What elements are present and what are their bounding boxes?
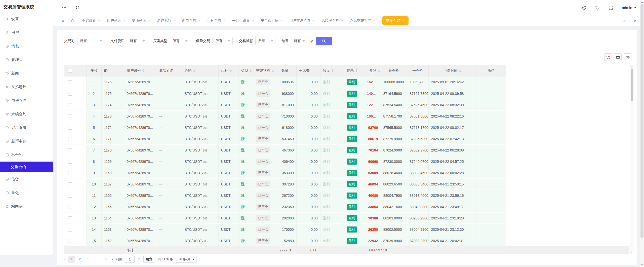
user-menu[interactable]: admin	[622, 6, 636, 10]
scroll-up-icon[interactable]: ▲	[640, 1, 644, 3]
row-checkbox[interactable]	[68, 137, 72, 141]
sidebar-item-1[interactable]: 用户	[0, 26, 53, 39]
close-icon[interactable]: ×	[223, 19, 225, 23]
tab-5[interactable]: 币种查看×	[207, 18, 225, 23]
scroll-up-icon[interactable]: ▲	[630, 66, 633, 68]
scroll-down-icon[interactable]: ▼	[630, 251, 633, 253]
filter-select-4[interactable]: 所有	[255, 37, 275, 45]
close-icon[interactable]: ×	[341, 19, 343, 23]
row-checkbox[interactable]	[68, 171, 72, 175]
tab-8[interactable]: 用户交易查看×	[289, 18, 315, 23]
sidebar-item-8[interactable]: 记录查看	[0, 121, 53, 134]
close-icon[interactable]: ×	[313, 19, 315, 23]
column-header-profit[interactable]: 盈利	[367, 65, 381, 77]
row-checkbox[interactable]	[68, 92, 72, 96]
column-header-coin[interactable]: 币种	[218, 65, 238, 77]
page-scrollbar-thumb[interactable]	[640, 4, 643, 238]
sidebar-item-11-active[interactable]: 交割合约	[0, 162, 53, 172]
pagination-prev[interactable]: ‹	[64, 257, 65, 261]
tab-4[interactable]: 新闻查看×	[182, 18, 200, 23]
sort-icon[interactable]	[355, 69, 357, 72]
page-size-select[interactable]: 20 条/页	[176, 256, 197, 263]
tab-0[interactable]: 基础设置×	[82, 18, 100, 23]
row-checkbox[interactable]	[68, 228, 72, 232]
sort-icon[interactable]	[459, 69, 461, 72]
column-header-result[interactable]: 结果	[344, 65, 367, 77]
close-icon[interactable]: ×	[148, 19, 150, 23]
filter-select-3[interactable]: 所有	[213, 37, 233, 45]
close-icon[interactable]: ×	[373, 19, 375, 23]
tab-10[interactable]: 永续交易管理×	[350, 18, 375, 23]
sidebar-item-12[interactable]: 借贷	[0, 172, 53, 186]
goto-confirm-button[interactable]: 确定	[143, 256, 155, 263]
sidebar-item-10[interactable]: 秒合约	[0, 148, 53, 162]
row-checkbox[interactable]	[68, 182, 72, 186]
column-header-account[interactable]: 用户账号	[124, 65, 157, 77]
tab-6[interactable]: 平台币设置×	[232, 18, 254, 23]
filter-select-5[interactable]: 所有	[291, 37, 307, 45]
close-icon[interactable]: ×	[403, 19, 405, 23]
refresh-icon[interactable]	[75, 5, 80, 10]
column-header-type[interactable]: 类型	[238, 65, 254, 77]
tab-3[interactable]: 通道充值×	[157, 18, 175, 23]
row-checkbox[interactable]	[68, 194, 72, 198]
sidebar-item-5[interactable]: ∞投拆建议	[0, 80, 53, 94]
row-checkbox[interactable]	[68, 148, 72, 152]
collapse-menu-icon[interactable]	[62, 5, 67, 10]
close-icon[interactable]: ×	[173, 19, 175, 23]
tab-2[interactable]: 提币列表×	[132, 18, 150, 23]
sort-icon[interactable]	[250, 69, 252, 72]
row-checkbox[interactable]	[68, 115, 72, 118]
sidebar-item-14[interactable]: 站内信	[0, 200, 53, 213]
tag-icon[interactable]	[595, 5, 600, 10]
tabs-menu-icon[interactable]: ∨	[633, 18, 636, 23]
close-icon[interactable]: ×	[123, 19, 125, 23]
tabs-scroll-left-icon[interactable]: «	[62, 18, 64, 23]
tabs-scroll-right-icon[interactable]: »	[623, 18, 626, 23]
tab-11-active[interactable]: 交割合约×	[382, 16, 409, 25]
more-filters-icon[interactable]: ∨	[310, 39, 313, 44]
column-header-time[interactable]: 下单时间	[428, 65, 476, 77]
select-all-checkbox[interactable]	[68, 69, 72, 73]
tab-9[interactable]: 风险率查看×	[321, 18, 343, 23]
close-icon[interactable]: ×	[198, 19, 200, 23]
row-checkbox[interactable]	[68, 103, 72, 107]
table-scrollbar[interactable]: ▲ ▼	[630, 65, 633, 254]
filter-select-1[interactable]: 所有	[127, 37, 147, 45]
sort-icon[interactable]	[272, 69, 274, 72]
sidebar-item-3[interactable]: 管理员	[0, 53, 53, 66]
pagination-page-2[interactable]: 2	[76, 256, 83, 263]
row-checkbox[interactable]	[68, 205, 72, 209]
sort-icon[interactable]	[378, 69, 380, 72]
filter-select-0[interactable]: 所有	[77, 37, 104, 45]
sidebar-item-6[interactable]: 币种管理	[0, 94, 53, 107]
print-button[interactable]	[624, 53, 631, 61]
row-checkbox[interactable]	[68, 80, 72, 84]
close-icon[interactable]: ×	[252, 19, 254, 23]
row-checkbox[interactable]	[68, 239, 72, 243]
pagination-page-1[interactable]: 1	[68, 256, 75, 263]
close-icon[interactable]: ×	[98, 19, 100, 23]
theme-palette-icon[interactable]	[582, 5, 587, 10]
export-button[interactable]	[614, 53, 622, 61]
tab-1[interactable]: 用户列表×	[107, 18, 125, 23]
sort-icon[interactable]	[332, 69, 334, 72]
column-header-preset[interactable]: 预设	[320, 65, 344, 77]
page-scrollbar[interactable]: ▲ ▼	[640, 0, 644, 267]
close-icon[interactable]: ×	[281, 19, 283, 23]
row-checkbox[interactable]	[68, 216, 72, 220]
tab-7[interactable]: 平台币行情×	[261, 18, 283, 23]
pagination-page-3[interactable]: 3	[85, 256, 92, 263]
sidebar-item-4[interactable]: 新闻	[0, 66, 53, 80]
pagination-page-59[interactable]: 59	[102, 256, 109, 263]
column-settings-button[interactable]	[604, 53, 612, 61]
sort-icon[interactable]	[142, 69, 144, 72]
table-scrollbar-thumb[interactable]	[631, 69, 633, 101]
row-checkbox[interactable]	[68, 160, 72, 164]
sidebar-item-7[interactable]: 永续合约	[0, 107, 53, 121]
home-icon[interactable]	[70, 19, 75, 23]
sort-icon[interactable]	[230, 69, 232, 72]
sidebar-item-13[interactable]: 量化	[0, 186, 53, 200]
sidebar-item-9[interactable]: 新币申购	[0, 134, 53, 148]
sort-icon[interactable]	[193, 69, 195, 72]
